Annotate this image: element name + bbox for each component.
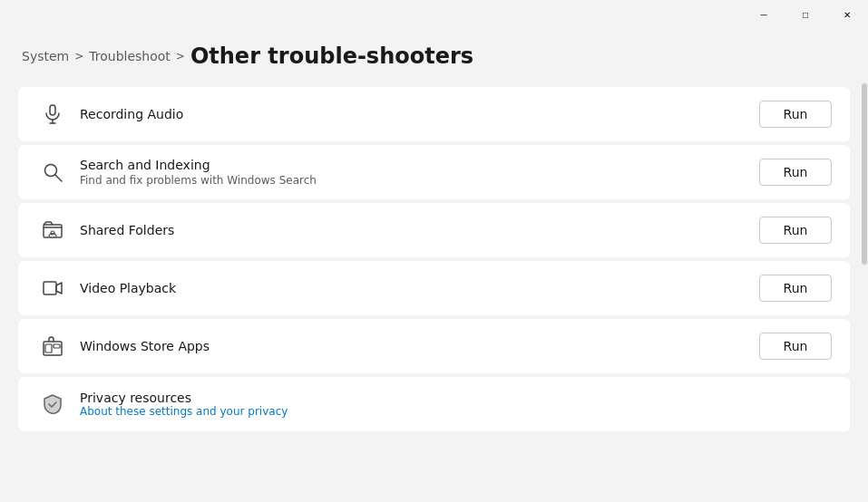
- svg-rect-7: [44, 282, 56, 294]
- breadcrumb-separator-1: >: [74, 50, 83, 63]
- shared-folder-icon: [36, 220, 69, 240]
- row-video-playback: Video Playback Run: [18, 261, 850, 315]
- shared-folders-run-button[interactable]: Run: [759, 217, 832, 244]
- video-playback-run-button[interactable]: Run: [759, 275, 832, 302]
- recording-audio-run-button[interactable]: Run: [759, 101, 832, 128]
- row-recording-audio: Recording Audio Run: [18, 87, 850, 141]
- content-area: Recording Audio Run Search and Indexing …: [0, 87, 868, 495]
- row-shared-folders: Shared Folders Run: [18, 203, 850, 257]
- privacy-link[interactable]: About these settings and your privacy: [80, 405, 832, 418]
- breadcrumb-system[interactable]: System: [22, 49, 69, 63]
- titlebar: ─ □ ✕: [0, 0, 868, 29]
- mic-icon: [36, 104, 69, 124]
- windows-store-apps-text: Windows Store Apps: [80, 339, 759, 353]
- row-privacy: Privacy resources About these settings a…: [18, 377, 850, 431]
- row-windows-store-apps: Windows Store Apps Run: [18, 319, 850, 373]
- breadcrumb: System > Troubleshoot > Other trouble-sh…: [0, 29, 868, 87]
- minimize-button[interactable]: ─: [743, 0, 785, 29]
- breadcrumb-troubleshoot[interactable]: Troubleshoot: [89, 49, 171, 63]
- shield-icon: [36, 394, 69, 414]
- scrollbar-thumb[interactable]: [862, 83, 867, 265]
- windows-store-apps-title: Windows Store Apps: [80, 339, 759, 353]
- search-indexing-subtitle: Find and fix problems with Windows Searc…: [80, 174, 759, 187]
- search-indexing-text: Search and Indexing Find and fix problem…: [80, 158, 759, 187]
- svg-rect-0: [50, 105, 55, 115]
- privacy-text: Privacy resources About these settings a…: [80, 391, 832, 418]
- search-icon: [36, 162, 69, 182]
- search-indexing-title: Search and Indexing: [80, 158, 759, 172]
- row-search-indexing: Search and Indexing Find and fix problem…: [18, 145, 850, 199]
- video-icon: [36, 278, 69, 298]
- recording-audio-title: Recording Audio: [80, 107, 759, 121]
- close-button[interactable]: ✕: [826, 0, 868, 29]
- privacy-title: Privacy resources: [80, 391, 832, 405]
- recording-audio-text: Recording Audio: [80, 107, 759, 121]
- svg-line-4: [55, 175, 62, 181]
- scrollbar-track: [861, 29, 868, 502]
- video-playback-text: Video Playback: [80, 281, 759, 295]
- svg-rect-9: [45, 344, 52, 352]
- svg-rect-10: [54, 344, 60, 348]
- maximize-button[interactable]: □: [785, 0, 826, 29]
- shared-folders-text: Shared Folders: [80, 223, 759, 237]
- search-indexing-run-button[interactable]: Run: [759, 159, 832, 186]
- video-playback-title: Video Playback: [80, 281, 759, 295]
- windows-store-apps-run-button[interactable]: Run: [759, 333, 832, 360]
- breadcrumb-current: Other trouble-shooters: [190, 43, 473, 69]
- store-icon: [36, 336, 69, 356]
- breadcrumb-separator-2: >: [176, 50, 185, 63]
- shared-folders-title: Shared Folders: [80, 223, 759, 237]
